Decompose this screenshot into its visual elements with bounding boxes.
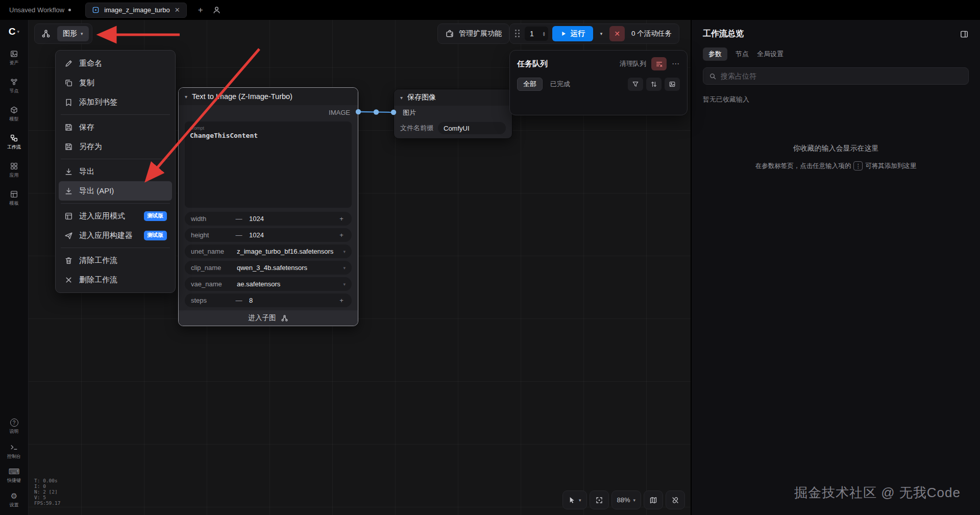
graph-menu-label: 图形 [63,29,77,38]
sidebar-item-templates[interactable]: 模板 [0,184,29,212]
pointer-mode-button[interactable]: ▾ [562,491,587,509]
run-options-chevron-icon[interactable]: ▾ [597,31,605,36]
prompt-textarea[interactable]: prompt ChangeThisContent [185,121,352,208]
filter-completed-tab[interactable]: 已完成 [550,80,570,89]
clear-list-icon[interactable] [651,57,667,70]
cancel-button[interactable]: ✕ [609,26,625,41]
funnel-icon[interactable] [628,78,643,91]
stepper-icons[interactable]: ▲▼ [543,31,546,37]
apps-icon [10,162,18,170]
comfy-logo[interactable]: C▾ [9,20,19,43]
sidebar-item-apps[interactable]: 应用 [0,156,29,184]
download-icon [64,167,73,176]
more-icon[interactable]: ⋯ [672,59,680,68]
new-tab-button plus-icon[interactable]: + [194,5,207,15]
tab-global-settings[interactable]: 全局设置 [757,50,783,59]
drag-handle-icon[interactable] [515,30,520,38]
workflow-name-tab[interactable]: Unsaved Workflow [9,6,71,14]
widget-height[interactable]: height — 1024 + [185,228,352,242]
menu-item-delete-workflow[interactable]: 删除工作流 [59,270,172,289]
decrement-icon[interactable]: — [235,231,243,239]
widget-value: 1024 [249,215,337,223]
graph-icon[interactable] [38,26,54,41]
download-icon [64,187,73,195]
menu-item-label: 导出 (API) [79,186,114,196]
widget-label: height [191,231,235,239]
run-label: 运行 [571,29,585,38]
filename-prefix-input[interactable]: ComfyUI [438,122,506,134]
graph-menu-button[interactable]: 图形 ▾ [57,26,89,41]
run-button[interactable]: 运行 [552,26,593,41]
increment-icon[interactable]: + [337,231,346,239]
decrement-icon[interactable]: — [235,297,243,304]
menu-item-app-builder[interactable]: 进入应用构建器 测试版 [59,226,172,245]
tab-title: image_z_image_turbo [104,6,170,14]
menu-item-duplicate[interactable]: 复制 [59,73,172,92]
node-header[interactable]: ▾ Text to Image (Z-Image-Turbo) [179,88,358,105]
chevron-down-icon: ▾ [81,31,83,36]
clear-queue-button[interactable]: 清理队列 [620,59,646,68]
tab-parameters[interactable]: 参数 [703,47,727,61]
search-bar[interactable] [703,67,969,85]
widget-vae-name[interactable]: vae_name ae.safetensors ▾ [185,277,352,291]
widget-value: z_image_turbo_bf16.safetensors [237,248,343,255]
menu-item-export[interactable]: 导出 [59,162,172,181]
left-sidebar: C▾ 资产 节点 模型 工作流 [0,20,29,515]
panel-toggle-icon[interactable] [960,30,969,39]
decrement-icon[interactable]: — [235,215,243,223]
user-icon[interactable] [212,6,221,14]
increment-icon[interactable]: + [337,297,346,304]
node-save-image[interactable]: ▾ 保存图像 图片 文件名前缀 ComfyUI [394,89,512,139]
menu-item-app-mode[interactable]: 进入应用模式 测试版 [59,206,172,226]
widget-steps[interactable]: steps — 8 + [185,293,352,307]
run-controls: 1 ▲▼ 运行 ▾ ✕ 0 个活动任务 [509,23,679,44]
hint-suffix: 可将其添加到这里 [865,162,916,170]
batch-count-input[interactable]: 1 ▲▼ [525,27,548,41]
sidebar-item-nodes[interactable]: 节点 [0,71,29,100]
filter-all-tab[interactable]: 全部 [517,78,543,91]
queue-header-actions: 清理队列 ⋯ [620,57,680,70]
search-input[interactable] [721,72,963,80]
menu-item-save-as[interactable]: 另存为 [59,137,172,156]
collapse-chevron-icon[interactable]: ▾ [400,95,403,101]
menu-divider [61,114,170,115]
menu-item-rename[interactable]: 重命名 [59,54,172,73]
increment-icon[interactable]: + [337,215,346,223]
image-icon[interactable] [665,78,680,91]
menu-item-save[interactable]: 保存 [59,117,172,137]
node-header[interactable]: ▾ 保存图像 [394,89,512,106]
sort-icon[interactable] [646,78,662,91]
sidebar-item-assets[interactable]: 资产 [0,43,29,71]
menu-divider [61,203,170,204]
sidebar-item-shortcuts[interactable]: ⌨ 快捷键 [0,463,29,487]
sidebar-item-help[interactable]: ? 说明 [0,414,29,438]
sidebar-item-settings[interactable]: ⚙ 设置 [0,487,29,512]
tab-nodes[interactable]: 节点 [736,50,749,59]
widget-unet-name[interactable]: unet_name z_image_turbo_bf16.safetensors… [185,244,352,258]
widget-width[interactable]: width — 1024 + [185,212,352,226]
enter-subgraph-button[interactable]: 进入子图 [179,310,358,326]
menu-item-clear-workflow[interactable]: 清除工作流 [59,251,172,270]
batch-count-value: 1 [530,30,534,38]
favorites-hint-line1: 你收藏的输入会显示在这里 [692,144,980,153]
menu-item-add-bookmark[interactable]: 添加到书签 [59,92,172,112]
node-text-to-image[interactable]: ▾ Text to Image (Z-Image-Turbo) IMAGE pr… [178,87,358,326]
minimap-button[interactable] [644,491,663,509]
fit-view-button[interactable] [590,491,609,509]
sidebar-item-label: 应用 [10,173,19,178]
sidebar-item-console[interactable]: 控制台 [0,438,29,463]
sidebar-item-label: 模型 [10,116,19,121]
tab-image-z-image-turbo[interactable]: image_z_image_turbo ✕ [85,3,187,18]
sidebar-item-models[interactable]: 模型 [0,100,29,128]
output-slot-label: IMAGE [329,109,350,116]
manage-extensions-button[interactable]: 管理扩展功能 [437,23,509,44]
sidebar-item-workflows[interactable]: 工作流 [0,128,29,156]
zoom-control[interactable]: 88% ▾ [611,491,642,509]
menu-item-export-api[interactable]: 导出 (API) [59,181,172,201]
link-off-icon [671,496,679,504]
filename-prefix-row[interactable]: 文件名前缀 ComfyUI [394,120,512,136]
widget-clip-name[interactable]: clip_name qwen_3_4b.safetensors ▾ [185,261,352,275]
collapse-chevron-icon[interactable]: ▾ [185,94,187,100]
toggle-links-button[interactable] [666,491,685,509]
close-icon[interactable]: ✕ [175,6,180,14]
